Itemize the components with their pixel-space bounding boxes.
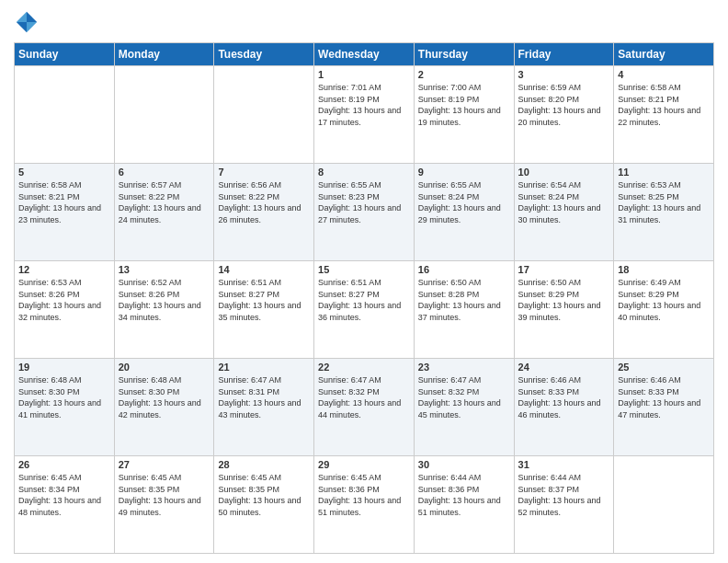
day-number: 5	[18, 167, 110, 178]
day-number: 23	[418, 362, 510, 373]
day-cell: 6Sunrise: 6:57 AM Sunset: 8:22 PM Daylig…	[114, 164, 214, 261]
day-cell: 3Sunrise: 6:59 AM Sunset: 8:20 PM Daylig…	[514, 66, 614, 164]
col-header-wednesday: Wednesday	[314, 43, 415, 66]
svg-marker-3	[27, 22, 37, 32]
day-number: 12	[18, 264, 110, 275]
day-cell: 30Sunrise: 6:44 AM Sunset: 8:36 PM Dayli…	[414, 456, 514, 554]
header	[14, 9, 714, 35]
day-detail: Sunrise: 6:45 AM Sunset: 8:34 PM Dayligh…	[18, 472, 110, 518]
day-cell: 29Sunrise: 6:45 AM Sunset: 8:36 PM Dayli…	[314, 456, 415, 554]
day-detail: Sunrise: 6:58 AM Sunset: 8:21 PM Dayligh…	[618, 82, 710, 128]
day-detail: Sunrise: 6:45 AM Sunset: 8:36 PM Dayligh…	[318, 472, 410, 518]
day-detail: Sunrise: 6:59 AM Sunset: 8:20 PM Dayligh…	[518, 82, 610, 128]
day-number: 28	[218, 459, 310, 470]
day-number: 21	[218, 362, 310, 373]
day-number: 30	[418, 459, 510, 470]
day-cell	[15, 66, 115, 164]
day-number: 6	[119, 167, 210, 178]
day-cell: 5Sunrise: 6:58 AM Sunset: 8:21 PM Daylig…	[15, 164, 115, 261]
day-cell: 13Sunrise: 6:52 AM Sunset: 8:26 PM Dayli…	[114, 261, 214, 359]
day-cell: 15Sunrise: 6:51 AM Sunset: 8:27 PM Dayli…	[314, 261, 415, 359]
day-cell	[114, 66, 214, 164]
day-detail: Sunrise: 6:58 AM Sunset: 8:21 PM Dayligh…	[18, 179, 110, 225]
day-detail: Sunrise: 7:01 AM Sunset: 8:19 PM Dayligh…	[318, 82, 410, 128]
day-cell: 22Sunrise: 6:47 AM Sunset: 8:32 PM Dayli…	[314, 359, 415, 456]
day-number: 8	[318, 167, 410, 178]
col-header-tuesday: Tuesday	[214, 43, 314, 66]
day-detail: Sunrise: 6:47 AM Sunset: 8:32 PM Dayligh…	[418, 374, 510, 420]
col-header-saturday: Saturday	[614, 43, 714, 66]
day-cell: 23Sunrise: 6:47 AM Sunset: 8:32 PM Dayli…	[414, 359, 514, 456]
day-cell	[614, 456, 714, 554]
day-detail: Sunrise: 6:46 AM Sunset: 8:33 PM Dayligh…	[518, 374, 610, 420]
day-detail: Sunrise: 6:50 AM Sunset: 8:29 PM Dayligh…	[518, 277, 610, 323]
day-number: 13	[119, 264, 210, 275]
day-cell: 7Sunrise: 6:56 AM Sunset: 8:22 PM Daylig…	[214, 164, 314, 261]
day-cell: 28Sunrise: 6:45 AM Sunset: 8:35 PM Dayli…	[214, 456, 314, 554]
day-detail: Sunrise: 6:46 AM Sunset: 8:33 PM Dayligh…	[618, 374, 710, 420]
day-detail: Sunrise: 6:49 AM Sunset: 8:29 PM Dayligh…	[618, 277, 710, 323]
col-header-monday: Monday	[114, 43, 214, 66]
svg-marker-1	[17, 12, 27, 22]
day-detail: Sunrise: 6:53 AM Sunset: 8:26 PM Dayligh…	[18, 277, 110, 323]
logo-icon	[14, 9, 40, 35]
day-number: 14	[218, 264, 310, 275]
day-number: 9	[418, 167, 510, 178]
day-detail: Sunrise: 6:47 AM Sunset: 8:32 PM Dayligh…	[318, 374, 410, 420]
week-row-1: 1Sunrise: 7:01 AM Sunset: 8:19 PM Daylig…	[15, 66, 714, 164]
logo	[14, 9, 43, 35]
day-cell: 19Sunrise: 6:48 AM Sunset: 8:30 PM Dayli…	[15, 359, 115, 456]
day-detail: Sunrise: 6:48 AM Sunset: 8:30 PM Dayligh…	[18, 374, 110, 420]
day-number: 31	[518, 459, 610, 470]
week-row-4: 19Sunrise: 6:48 AM Sunset: 8:30 PM Dayli…	[15, 359, 714, 456]
day-detail: Sunrise: 7:00 AM Sunset: 8:19 PM Dayligh…	[418, 82, 510, 128]
day-detail: Sunrise: 6:50 AM Sunset: 8:28 PM Dayligh…	[418, 277, 510, 323]
col-header-thursday: Thursday	[414, 43, 514, 66]
day-cell: 27Sunrise: 6:45 AM Sunset: 8:35 PM Dayli…	[114, 456, 214, 554]
day-cell: 31Sunrise: 6:44 AM Sunset: 8:37 PM Dayli…	[514, 456, 614, 554]
svg-marker-0	[27, 12, 37, 22]
day-number: 10	[518, 167, 610, 178]
day-cell: 16Sunrise: 6:50 AM Sunset: 8:28 PM Dayli…	[414, 261, 514, 359]
day-number: 22	[318, 362, 410, 373]
day-number: 17	[518, 264, 610, 275]
week-row-3: 12Sunrise: 6:53 AM Sunset: 8:26 PM Dayli…	[15, 261, 714, 359]
week-row-5: 26Sunrise: 6:45 AM Sunset: 8:34 PM Dayli…	[15, 456, 714, 554]
day-number: 25	[618, 362, 710, 373]
day-detail: Sunrise: 6:51 AM Sunset: 8:27 PM Dayligh…	[318, 277, 410, 323]
week-row-2: 5Sunrise: 6:58 AM Sunset: 8:21 PM Daylig…	[15, 164, 714, 261]
day-number: 11	[618, 167, 710, 178]
day-detail: Sunrise: 6:45 AM Sunset: 8:35 PM Dayligh…	[119, 472, 210, 518]
day-detail: Sunrise: 6:54 AM Sunset: 8:24 PM Dayligh…	[518, 179, 610, 225]
day-cell: 17Sunrise: 6:50 AM Sunset: 8:29 PM Dayli…	[514, 261, 614, 359]
day-cell: 26Sunrise: 6:45 AM Sunset: 8:34 PM Dayli…	[15, 456, 115, 554]
day-detail: Sunrise: 6:55 AM Sunset: 8:23 PM Dayligh…	[318, 179, 410, 225]
day-cell: 9Sunrise: 6:55 AM Sunset: 8:24 PM Daylig…	[414, 164, 514, 261]
day-number: 1	[318, 69, 410, 80]
day-detail: Sunrise: 6:44 AM Sunset: 8:37 PM Dayligh…	[518, 472, 610, 518]
day-cell: 20Sunrise: 6:48 AM Sunset: 8:30 PM Dayli…	[114, 359, 214, 456]
day-number: 15	[318, 264, 410, 275]
day-cell: 12Sunrise: 6:53 AM Sunset: 8:26 PM Dayli…	[15, 261, 115, 359]
day-number: 29	[318, 459, 410, 470]
day-number: 19	[18, 362, 110, 373]
day-cell: 11Sunrise: 6:53 AM Sunset: 8:25 PM Dayli…	[614, 164, 714, 261]
day-cell: 1Sunrise: 7:01 AM Sunset: 8:19 PM Daylig…	[314, 66, 415, 164]
day-number: 16	[418, 264, 510, 275]
day-detail: Sunrise: 6:57 AM Sunset: 8:22 PM Dayligh…	[119, 179, 210, 225]
day-detail: Sunrise: 6:56 AM Sunset: 8:22 PM Dayligh…	[218, 179, 310, 225]
day-cell: 4Sunrise: 6:58 AM Sunset: 8:21 PM Daylig…	[614, 66, 714, 164]
day-number: 3	[518, 69, 610, 80]
day-detail: Sunrise: 6:52 AM Sunset: 8:26 PM Dayligh…	[119, 277, 210, 323]
day-cell: 25Sunrise: 6:46 AM Sunset: 8:33 PM Dayli…	[614, 359, 714, 456]
day-cell: 24Sunrise: 6:46 AM Sunset: 8:33 PM Dayli…	[514, 359, 614, 456]
day-cell: 8Sunrise: 6:55 AM Sunset: 8:23 PM Daylig…	[314, 164, 415, 261]
day-cell: 21Sunrise: 6:47 AM Sunset: 8:31 PM Dayli…	[214, 359, 314, 456]
calendar-table: SundayMondayTuesdayWednesdayThursdayFrid…	[14, 42, 714, 554]
day-detail: Sunrise: 6:47 AM Sunset: 8:31 PM Dayligh…	[218, 374, 310, 420]
col-header-sunday: Sunday	[15, 43, 115, 66]
day-cell: 2Sunrise: 7:00 AM Sunset: 8:19 PM Daylig…	[414, 66, 514, 164]
day-number: 7	[218, 167, 310, 178]
day-cell: 14Sunrise: 6:51 AM Sunset: 8:27 PM Dayli…	[214, 261, 314, 359]
day-number: 24	[518, 362, 610, 373]
